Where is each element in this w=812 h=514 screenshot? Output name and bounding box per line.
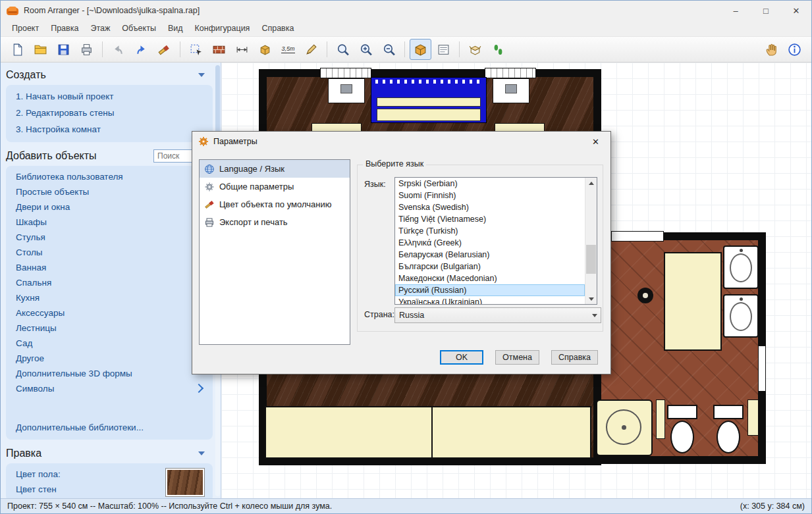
selection-icon xyxy=(189,43,203,57)
edit-walls-button[interactable] xyxy=(208,39,230,60)
wardrobe[interactable] xyxy=(265,406,591,459)
sink[interactable] xyxy=(723,245,759,289)
minimize-button[interactable]: – xyxy=(720,1,751,20)
bathroom-vanity[interactable] xyxy=(664,252,722,351)
sidebar-item-bedroom[interactable]: Спальня xyxy=(16,275,213,290)
close-button[interactable]: ✕ xyxy=(781,1,811,20)
wall-color-link[interactable]: Цвет стен xyxy=(16,482,61,497)
insert-3d-shape-button[interactable] xyxy=(254,39,276,60)
sidebar-item-tables[interactable]: Столы xyxy=(16,245,213,260)
country-combobox[interactable]: Russia xyxy=(394,307,601,323)
language-option[interactable]: Беларуская (Belarusian) xyxy=(395,249,585,261)
collapse-arrow-icon[interactable] xyxy=(198,73,205,77)
sidebar-item-bathroom[interactable]: Ванная xyxy=(16,260,213,275)
ok-button[interactable]: OK xyxy=(440,350,483,365)
floor-drain[interactable] xyxy=(637,288,653,303)
window[interactable] xyxy=(320,68,371,78)
category-default-color[interactable]: Цвет объекта по умолчанию xyxy=(200,195,350,213)
door-opening[interactable] xyxy=(758,346,766,392)
toilet[interactable] xyxy=(666,405,699,457)
show-3d-objects-button[interactable] xyxy=(464,39,486,60)
language-option[interactable]: Suomi (Finnish) xyxy=(395,190,585,201)
selection-mode-button[interactable] xyxy=(185,39,207,60)
sidebar-item-simple-objects[interactable]: Простые объекты xyxy=(16,184,213,199)
maximize-button[interactable]: □ xyxy=(751,1,781,20)
magnifier-icon xyxy=(336,43,350,57)
walk-through-button[interactable] xyxy=(487,39,509,60)
dimensions-button[interactable] xyxy=(231,39,253,60)
bed[interactable] xyxy=(371,77,487,123)
new-project-button[interactable] xyxy=(7,39,28,60)
info-button[interactable] xyxy=(784,39,805,60)
paint-button[interactable] xyxy=(153,39,175,60)
language-option[interactable]: Svenska (Swedish) xyxy=(395,201,585,213)
sidebar-item-stairs[interactable]: Лестницы xyxy=(16,321,213,336)
sidebar-item-room-setup[interactable]: 3. Настройка комнат xyxy=(16,121,213,138)
language-option[interactable]: Türkçe (Turkish) xyxy=(395,225,585,237)
tv-stand[interactable] xyxy=(493,78,529,103)
menu-project[interactable]: Проект xyxy=(6,22,45,35)
view-3d-button[interactable] xyxy=(410,39,431,60)
sidebar-item-3d-shapes[interactable]: Дополнительные 3D формы xyxy=(16,366,213,381)
object-properties-button[interactable] xyxy=(433,39,454,60)
language-listbox[interactable]: Srpski (Serbian) Suomi (Finnish) Svenska… xyxy=(394,177,597,305)
sidebar-item-user-library[interactable]: Библиотека пользователя xyxy=(16,169,213,184)
language-option[interactable]: Tiếng Việt (Vietnamese) xyxy=(395,213,585,225)
sink[interactable] xyxy=(723,294,759,338)
toilet[interactable] xyxy=(712,405,745,457)
sidebar-item-wardrobes[interactable]: Шкафы xyxy=(16,215,213,230)
partition[interactable] xyxy=(747,399,759,436)
cancel-button[interactable]: Отмена xyxy=(495,350,539,365)
zoom-in-button[interactable] xyxy=(355,39,377,60)
language-list-scrollbar[interactable] xyxy=(585,178,597,304)
language-option[interactable]: Українська (Ukrainian) xyxy=(395,296,585,305)
window[interactable] xyxy=(485,68,536,78)
grab-hand-button[interactable] xyxy=(761,39,782,60)
zoom-out-button[interactable] xyxy=(378,39,400,60)
sidebar-item-new-project[interactable]: 1. Начать новый проект xyxy=(16,88,213,105)
menu-edit[interactable]: Правка xyxy=(45,22,84,35)
sidebar-item-accessories[interactable]: Аксессуары xyxy=(16,305,213,321)
category-export-print[interactable]: Экспорт и печать xyxy=(200,213,350,231)
scroll-down-button[interactable] xyxy=(585,294,597,304)
menu-floor[interactable]: Этаж xyxy=(84,22,116,35)
sidebar-item-more-libraries[interactable]: Дополнительные библиотеки... xyxy=(16,420,213,435)
scroll-up-button[interactable] xyxy=(585,178,597,188)
menu-view[interactable]: Вид xyxy=(162,22,189,35)
sidebar-item-chairs[interactable]: Стулья xyxy=(16,230,213,245)
save-button[interactable] xyxy=(53,39,74,60)
zoom-window-button[interactable] xyxy=(332,39,354,60)
sidebar-item-symbols[interactable]: Символы xyxy=(16,381,213,396)
collapse-arrow-icon[interactable] xyxy=(198,451,205,455)
combo-dropdown-button[interactable] xyxy=(589,308,601,322)
category-language[interactable]: Language / Язык xyxy=(200,160,350,178)
menu-objects[interactable]: Объекты xyxy=(116,22,162,35)
redo-button[interactable] xyxy=(130,39,152,60)
sidebar-item-kitchen[interactable]: Кухня xyxy=(16,290,213,305)
floor-color-swatch[interactable] xyxy=(165,468,205,497)
menu-configuration[interactable]: Конфигурация xyxy=(189,22,256,35)
partition[interactable] xyxy=(656,399,665,439)
dialog-close-button[interactable]: ✕ xyxy=(581,132,610,151)
language-option[interactable]: Ελληνικά (Greek) xyxy=(395,237,585,249)
scrollbar-thumb[interactable] xyxy=(586,245,596,274)
sidebar-item-garden[interactable]: Сад xyxy=(16,336,213,351)
help-button[interactable]: Справка xyxy=(551,350,598,365)
language-option-selected[interactable]: Русский (Russian) xyxy=(395,284,585,296)
language-option[interactable]: Македонски (Macedonian) xyxy=(395,272,585,284)
language-option[interactable]: Srpski (Serbian) xyxy=(395,178,585,190)
category-general[interactable]: Общие параметры xyxy=(200,178,350,195)
print-button[interactable] xyxy=(76,39,97,60)
open-project-button[interactable] xyxy=(30,39,51,60)
sidebar-item-edit-walls[interactable]: 2. Редактировать стены xyxy=(16,105,213,121)
language-option[interactable]: Български (Bulgarian) xyxy=(395,261,585,272)
undo-button[interactable] xyxy=(107,39,129,60)
shower[interactable] xyxy=(596,399,653,456)
draw-button[interactable] xyxy=(300,39,322,60)
menu-help[interactable]: Справка xyxy=(256,22,300,35)
door-opening[interactable] xyxy=(611,231,664,242)
measure-button[interactable]: 3,5m xyxy=(277,39,299,60)
sidebar-item-doors-windows[interactable]: Двери и окна xyxy=(16,199,213,215)
sidebar-item-other[interactable]: Другое xyxy=(16,351,213,366)
tv-stand[interactable] xyxy=(328,78,365,103)
